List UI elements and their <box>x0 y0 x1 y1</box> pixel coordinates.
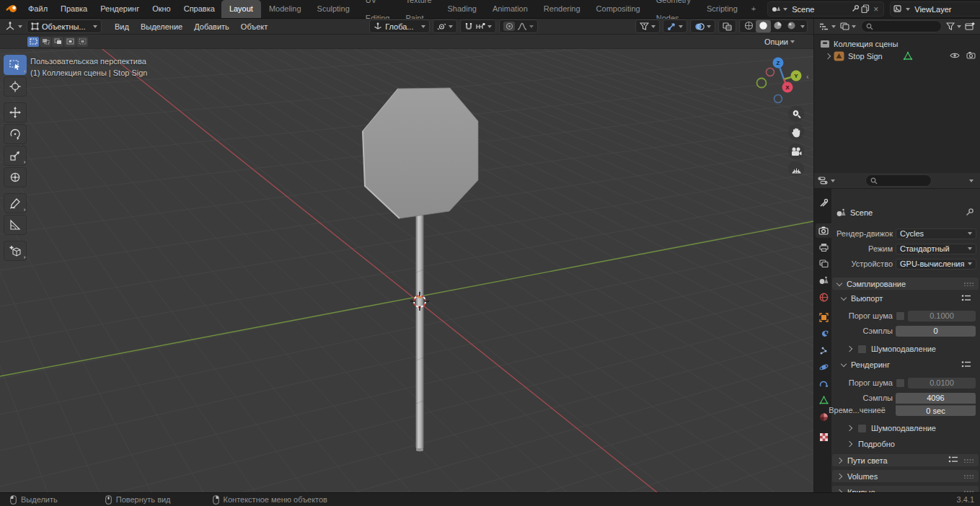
editor-type-caret[interactable] <box>18 25 22 28</box>
tool-select-box[interactable] <box>4 55 27 75</box>
viewport-noise-checkbox[interactable] <box>896 311 905 321</box>
render-noise-value[interactable]: 0.0100 <box>908 378 976 389</box>
menu-object[interactable]: Объект <box>235 22 273 31</box>
display-mode-dropdown[interactable] <box>817 22 838 31</box>
gizmo-neg-y[interactable] <box>757 79 767 88</box>
shading-material-icon[interactable] <box>771 20 785 32</box>
tool-move[interactable] <box>4 102 27 123</box>
tab-output[interactable] <box>816 240 831 254</box>
sign-pole[interactable] <box>416 215 424 451</box>
proportional-toggle[interactable] <box>503 22 515 31</box>
properties-options-caret[interactable] <box>969 179 974 182</box>
feature-set-select[interactable]: Стандартный <box>896 244 976 254</box>
select-mode-set[interactable] <box>27 37 39 47</box>
menu-select[interactable]: Выделение <box>135 22 188 31</box>
tool-add-cube[interactable] <box>4 241 27 261</box>
device-select[interactable]: GPU-вычисления <box>896 259 976 270</box>
snapping-control[interactable] <box>460 19 496 33</box>
options-dropdown[interactable]: Опции <box>764 37 795 46</box>
menu-window[interactable]: Окно <box>146 0 177 18</box>
tab-physics[interactable] <box>816 360 831 374</box>
shading-dropdown-caret[interactable] <box>800 25 805 28</box>
scene-browse-icon[interactable] <box>771 4 781 14</box>
editor-type-icon[interactable] <box>5 21 16 32</box>
new-scene-icon[interactable] <box>861 4 870 14</box>
properties-search-input[interactable] <box>865 174 932 187</box>
transform-orientation-selector[interactable]: Глоба... <box>369 19 430 33</box>
collection-row[interactable]: Коллекция сцены <box>814 37 980 50</box>
hide-in-viewport-icon[interactable] <box>950 52 960 61</box>
sampling-panel-header[interactable]: Сэмплирование <box>832 278 979 290</box>
menu-add[interactable]: Добавить <box>188 22 235 31</box>
mode-selector[interactable]: Объектны... <box>27 19 102 33</box>
filter-images-dropdown[interactable] <box>838 22 858 30</box>
time-limit-value[interactable]: 0 sec <box>896 405 976 416</box>
viewport-samples-value[interactable]: 0 <box>896 326 976 337</box>
add-workspace-button[interactable]: + <box>746 0 762 18</box>
object-row[interactable]: Stop Sign <box>814 50 980 62</box>
camera-view-icon[interactable] <box>788 143 804 159</box>
tool-scale[interactable] <box>4 146 27 166</box>
menu-help[interactable]: Справка <box>177 0 221 18</box>
tab-particles[interactable] <box>816 343 831 358</box>
pivot-point-selector[interactable] <box>433 19 457 33</box>
tab-sculpting[interactable]: Sculpting <box>309 0 358 18</box>
tab-layout[interactable]: Layout <box>221 0 261 18</box>
disable-in-render-icon[interactable] <box>966 51 976 61</box>
tab-render[interactable] <box>816 223 831 238</box>
render-denoise-row[interactable]: Шумоподавление <box>831 422 979 434</box>
outliner-search-input[interactable] <box>861 20 942 32</box>
properties-editor-type-dropdown[interactable] <box>818 176 835 185</box>
gizmo-neg-x[interactable] <box>767 68 774 76</box>
tab-scripting[interactable]: Scripting <box>699 0 746 18</box>
gizmo-x-axis[interactable]: X <box>782 82 793 93</box>
light-paths-drag-handle[interactable] <box>963 458 974 463</box>
volumes-drag-handle[interactable] <box>963 474 974 479</box>
pin-icon[interactable] <box>852 4 860 14</box>
tab-rendering[interactable]: Rendering <box>536 0 588 18</box>
light-paths-preset-icon[interactable] <box>948 456 958 465</box>
tab-view-layer[interactable] <box>816 257 831 271</box>
render-samples-value[interactable]: 4096 <box>896 393 976 404</box>
advanced-row[interactable]: Подробно <box>831 438 979 450</box>
navigation-gizmo[interactable]: Z Y X <box>755 50 813 108</box>
tool-annotate[interactable] <box>4 193 27 213</box>
light-paths-panel-header[interactable]: Пути света <box>832 454 979 466</box>
new-collection-button[interactable] <box>963 22 977 32</box>
zoom-view-icon[interactable] <box>788 106 804 122</box>
menu-edit[interactable]: Правка <box>54 0 94 18</box>
xray-toggle[interactable] <box>718 19 736 33</box>
stop-sign-mesh[interactable] <box>363 88 478 218</box>
shading-solid-icon[interactable] <box>756 20 771 32</box>
proportional-editing-control[interactable] <box>499 19 538 33</box>
menu-file[interactable]: Файл <box>22 0 54 18</box>
tab-tool[interactable] <box>816 195 831 210</box>
pin-id-icon[interactable] <box>966 208 974 218</box>
shading-rendered-icon[interactable] <box>785 20 798 32</box>
tool-cursor[interactable] <box>4 76 27 97</box>
select-mode-intersect[interactable] <box>76 37 88 47</box>
tab-texture[interactable] <box>816 430 831 444</box>
gizmo-neg-z[interactable] <box>774 95 782 103</box>
sampling-drag-handle[interactable] <box>963 281 974 286</box>
viewlayer-name[interactable]: ViewLayer <box>910 5 980 14</box>
viewport-canvas[interactable]: Пользовательская перспектива (1) Коллекц… <box>0 35 813 492</box>
tab-shading[interactable]: Shading <box>440 0 485 18</box>
tool-transform[interactable] <box>4 167 27 187</box>
visibility-dropdown[interactable] <box>635 19 660 33</box>
outliner-filter-dropdown[interactable] <box>945 22 963 30</box>
tab-modifiers[interactable] <box>816 327 831 341</box>
render-engine-select[interactable]: Cycles <box>896 228 976 239</box>
breadcrumb-label[interactable]: Scene <box>850 208 873 217</box>
tab-scene[interactable] <box>816 273 831 288</box>
gizmos-toggle[interactable] <box>663 19 687 33</box>
gizmo-z-axis[interactable]: Z <box>773 58 784 68</box>
viewport-preset-icon[interactable] <box>961 294 971 303</box>
gizmo-y-axis[interactable]: Y <box>791 71 802 81</box>
volumes-panel-header[interactable]: Volumes <box>832 470 979 482</box>
tab-constraints[interactable] <box>816 376 831 391</box>
menu-render[interactable]: Рендеринг <box>94 0 146 18</box>
pan-view-icon[interactable] <box>788 124 804 140</box>
blender-logo-icon[interactable] <box>6 4 17 15</box>
render-noise-checkbox[interactable] <box>896 378 905 388</box>
